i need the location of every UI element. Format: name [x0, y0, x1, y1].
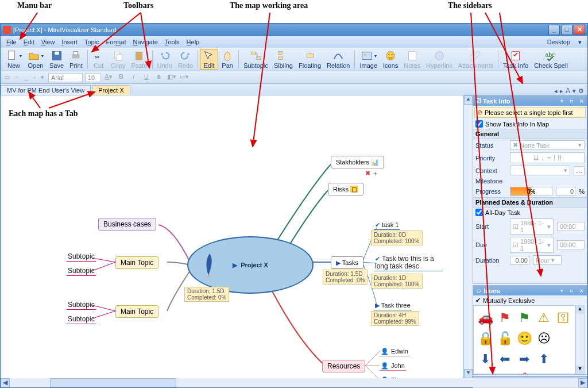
blank-icon[interactable] [554, 349, 572, 369]
scroll-thumb[interactable] [50, 378, 176, 387]
arrow-right-icon[interactable]: ➡ [515, 349, 533, 369]
leaf-subtopic[interactable]: Subtopic [67, 301, 96, 310]
central-topic[interactable]: ▶Project X [187, 236, 314, 294]
scroll-right-icon[interactable]: ▶ [578, 378, 587, 387]
leaf-task2[interactable]: ✔Task two this is a long task desc [374, 255, 443, 271]
vscrollbar[interactable]: ▲ ▼ [463, 95, 473, 378]
arrow-up-icon[interactable]: ⬆ [535, 349, 553, 369]
node-business-cases[interactable]: Business cases [98, 218, 156, 231]
shape-tools[interactable]: ▭ ⌢ ⎯ ‹ ▾ [4, 74, 46, 81]
leaf-john[interactable]: 👤John [380, 362, 406, 371]
titlebar[interactable]: [Project X] - MindVisualizer Standard _ … [1, 24, 587, 36]
tool-pan[interactable]: Pan [218, 49, 237, 70]
leaf-tim[interactable]: 👤Tim [380, 376, 403, 378]
scroll-down-icon[interactable]: ▼ [464, 369, 473, 378]
lock-icon[interactable]: 🔒 [476, 329, 494, 348]
desktop-link[interactable]: Desktop [544, 37, 574, 47]
tool-save[interactable]: Save [47, 49, 67, 70]
status-select[interactable]: ✖ None Task▾ [510, 140, 585, 150]
tab-funnel-icon[interactable]: ▾ [572, 87, 576, 95]
stake-controls[interactable]: ✖ ＋ [365, 169, 378, 178]
forbidden-icon[interactable]: ⊘ [535, 370, 553, 374]
arrow-left-icon[interactable]: ⬅ [496, 349, 514, 369]
leaf-task3[interactable]: ▶ Task three [374, 301, 412, 310]
fill-color-icon[interactable]: ◧▾ [167, 72, 177, 83]
tool-floating[interactable]: Floating [296, 49, 324, 70]
mutual-exclusive-checkbox[interactable]: ✔Mutually Exclusive [473, 295, 587, 305]
tab-nav-right-icon[interactable]: ▸ [560, 87, 563, 95]
menu-view[interactable]: View [38, 37, 59, 47]
flag-icon[interactable]: ⚑ [496, 308, 514, 328]
menu-insert[interactable]: Insert [58, 37, 81, 47]
panel-controls[interactable]: ▾ ▫ ✕ [560, 287, 585, 294]
tool-edit[interactable]: Edit [200, 49, 218, 70]
leaf-subtopic[interactable]: Subtopic [67, 315, 96, 324]
tool-icons[interactable]: Icons [380, 49, 401, 70]
tool-image[interactable]: ▾Image [357, 49, 380, 70]
scroll-up-icon[interactable]: ▲ [464, 95, 473, 105]
close-button[interactable]: ✕ [574, 25, 585, 35]
leaf-subtopic[interactable]: Subtopic [67, 252, 96, 262]
start-time[interactable]: 00:00 [557, 222, 585, 231]
icons-scroll-down[interactable]: ▼ [576, 366, 584, 374]
key-icon[interactable]: ⚿ [554, 308, 572, 328]
icons-grid[interactable]: 🚗 ⚑ ⚑ ⚠ ⚿ 🔒 🔓 🙂 ☹ ⬇ ⬅ ➡ ⬆ [473, 305, 575, 374]
smile-icon[interactable]: 🙂 [515, 329, 533, 348]
menu-edit[interactable]: Edit [20, 37, 38, 47]
car-icon[interactable]: 🚗 [476, 308, 494, 328]
allday-checkbox[interactable]: All-Day Task [473, 208, 587, 217]
due-date[interactable]: ☑ 1980- 1- 1 ▾ [510, 237, 554, 253]
panel-controls[interactable]: ▾ ▫ ✕ [560, 97, 585, 105]
tab-mv-for-pm[interactable]: MV for PM End User's View [1, 85, 91, 95]
font-select[interactable]: Arial [48, 73, 83, 82]
sad-icon[interactable]: ☹ [535, 329, 553, 348]
context-select[interactable]: ▾ [510, 166, 570, 175]
tab-settings-icon[interactable]: ⚙ [578, 87, 584, 95]
node-resources[interactable]: Resources [322, 360, 365, 372]
flag-green-icon[interactable]: ⚑ [515, 308, 533, 328]
tool-taskinfo[interactable]: Task Info [500, 49, 531, 70]
node-tasks[interactable]: ▶ Tasks [331, 256, 363, 269]
size-select[interactable]: 10 [85, 73, 101, 82]
duration-value[interactable]: 0.00 [510, 256, 529, 265]
blank-icon[interactable] [554, 329, 572, 348]
tool-sibling[interactable]: Sibling [271, 49, 296, 70]
show-task-info-checkbox[interactable]: Show Task Info In Map [473, 119, 587, 129]
maximize-button[interactable]: □ [561, 25, 572, 35]
tool-relation[interactable]: Relation [324, 49, 353, 70]
tab-filter-icon[interactable]: A [566, 87, 570, 95]
context-more-button[interactable]: … [574, 166, 585, 175]
tool-print[interactable]: Print [67, 49, 86, 70]
menu-topic[interactable]: Topic [81, 37, 103, 47]
leaf-task1[interactable]: ✔task 1 [374, 221, 400, 230]
leaf-subtopic[interactable]: Subtopic [67, 267, 96, 276]
tool-checkspell[interactable]: abcCheck Spell [531, 49, 571, 70]
unlock-icon[interactable]: 🔓 [496, 329, 514, 348]
node-main-topic-1[interactable]: Main Topic [115, 256, 158, 269]
menu-file[interactable]: File [3, 37, 20, 47]
check-icon[interactable]: ✔ [476, 370, 494, 374]
scroll-left-icon[interactable]: ◀ [1, 378, 10, 387]
tab-project-x[interactable]: Project X [92, 85, 130, 95]
desktop-dropdown-icon[interactable]: ▾ [575, 37, 585, 47]
minimize-button[interactable]: _ [548, 25, 560, 35]
cancel-icon[interactable]: ✖ [496, 370, 514, 374]
menu-navigate[interactable]: Navigate [129, 37, 161, 47]
tab-nav-left-icon[interactable]: ◂ [554, 87, 558, 95]
progress-spinner[interactable]: 0 [556, 187, 575, 196]
warn-icon[interactable]: ⚠ [535, 308, 553, 328]
progress-bar[interactable]: 0% [510, 187, 552, 196]
priority-buttons[interactable]: ⇊ ↓ = ! !! [510, 152, 585, 163]
bang-icon[interactable]: ❗ [515, 370, 533, 374]
node-main-topic-2[interactable]: Main Topic [115, 305, 158, 318]
font-color-icon[interactable]: A▾ [103, 72, 114, 83]
tool-new[interactable]: ▾New [3, 49, 25, 70]
start-date[interactable]: ☑ 1980- 1- 1 ▾ [510, 218, 554, 235]
hscrollbar[interactable]: ◀ ▶ [1, 378, 587, 387]
tool-subtopic[interactable]: Subtopic [241, 49, 271, 70]
italic-icon[interactable]: I [129, 72, 139, 83]
map-canvas[interactable]: ▶Project X Duration: 1.5DCompleted: 0% B… [1, 95, 463, 378]
tool-open[interactable]: ▾Open [25, 49, 47, 70]
bold-icon[interactable]: B [116, 72, 126, 83]
menu-tools[interactable]: Tools [161, 37, 183, 47]
